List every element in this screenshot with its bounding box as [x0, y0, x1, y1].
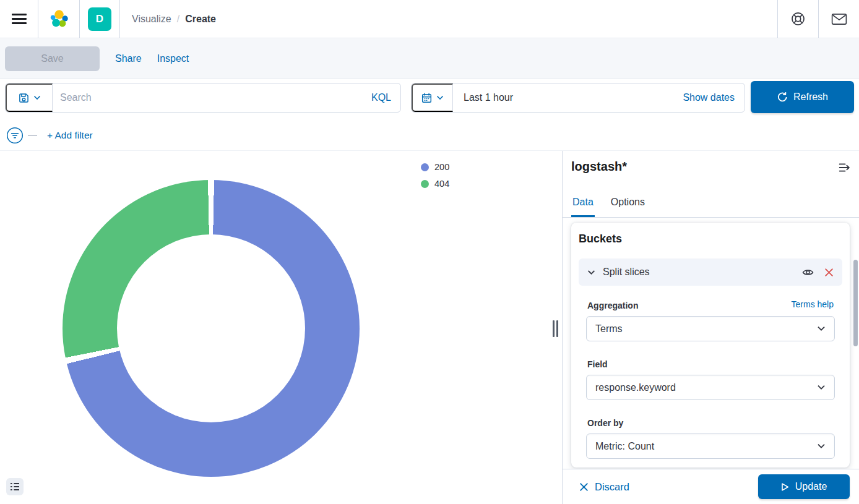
quick-select-menu-button[interactable]: [412, 83, 453, 112]
hamburger-icon: [12, 11, 27, 27]
update-button[interactable]: Update: [758, 474, 850, 499]
nav-menu-button[interactable]: [0, 0, 38, 38]
life-ring-icon: [790, 11, 806, 27]
chart-legend: 200 404: [421, 162, 449, 189]
vis-editor-panel: logstash* Data Options Buckets Split sli…: [562, 151, 859, 504]
order-by-select[interactable]: Metric: Count: [586, 434, 835, 459]
legend-item[interactable]: 200: [421, 162, 449, 172]
filter-icon: [6, 127, 24, 144]
space-switcher[interactable]: D: [80, 0, 120, 38]
refresh-label: Refresh: [793, 92, 828, 103]
field-select[interactable]: response.keyword: [586, 375, 835, 400]
breadcrumb: Visualize / Create: [120, 0, 216, 38]
update-label: Update: [795, 481, 827, 492]
chevron-down-icon: [817, 385, 826, 390]
query-language-button[interactable]: KQL: [362, 92, 400, 103]
refresh-icon: [777, 92, 787, 103]
order-by-value: Metric: Count: [595, 441, 654, 452]
collapse-panel-button[interactable]: [839, 161, 851, 174]
chevron-down-icon: [33, 95, 41, 100]
panel-scrollbar[interactable]: [853, 260, 858, 346]
list-icon: [10, 482, 20, 492]
share-button[interactable]: Share: [115, 53, 142, 64]
index-pattern-title: logstash*: [571, 160, 627, 174]
close-icon: [824, 268, 834, 277]
elastic-logo[interactable]: [38, 0, 80, 38]
chevron-down-icon: [817, 443, 826, 449]
legend-dot-404: [421, 180, 429, 188]
order-by-label: Order by: [587, 418, 623, 428]
time-range-value[interactable]: Last 1 hour: [453, 92, 673, 103]
search-input[interactable]: [53, 83, 362, 112]
legend-dot-200: [421, 163, 429, 171]
legend-item[interactable]: 404: [421, 179, 449, 189]
inspect-button[interactable]: Inspect: [157, 53, 189, 64]
menu-right-icon: [839, 161, 851, 174]
tab-data[interactable]: Data: [571, 197, 595, 217]
search-box: KQL: [5, 83, 401, 113]
cross-icon: [579, 482, 589, 492]
app-header: D Visualize / Create: [0, 0, 859, 38]
time-picker: Last 1 hour Show dates: [411, 83, 745, 113]
chevron-down-icon: [587, 270, 595, 275]
elastic-logo-icon: [48, 9, 69, 30]
terms-help-link[interactable]: Terms help: [792, 299, 834, 309]
aggregation-select[interactable]: Terms: [586, 316, 835, 341]
donut-chart[interactable]: [63, 180, 360, 477]
newsfeed-button[interactable]: [818, 0, 859, 38]
tab-options[interactable]: Options: [610, 197, 646, 217]
show-dates-button[interactable]: Show dates: [673, 92, 745, 103]
refresh-button[interactable]: Refresh: [751, 81, 854, 113]
aggregation-label: Aggregation: [587, 301, 638, 310]
mail-icon: [831, 13, 847, 25]
save-query-icon: [19, 93, 29, 103]
panel-resize-handle[interactable]: [553, 320, 559, 337]
toggle-visibility-button[interactable]: [802, 267, 814, 278]
donut-hole: [117, 234, 305, 422]
editor-tabs: Data Options: [571, 197, 646, 217]
breadcrumb-separator: /: [177, 14, 179, 25]
buckets-heading: Buckets: [579, 233, 622, 246]
filter-dash: [28, 135, 37, 136]
play-icon: [781, 482, 789, 492]
breadcrumb-create: Create: [185, 14, 216, 25]
saved-query-menu-button[interactable]: [6, 83, 53, 112]
chevron-down-icon: [817, 326, 826, 331]
panel-header: logstash* Data Options: [563, 151, 859, 218]
help-button[interactable]: [777, 0, 818, 38]
field-label: Field: [587, 359, 608, 369]
discard-label: Discard: [595, 481, 629, 493]
legend-label: 200: [434, 162, 449, 172]
split-slices-label: Split slices: [603, 267, 650, 278]
filter-bar: + Add filter: [0, 121, 859, 150]
query-bar-area: KQL Last 1 hour Show dates Refresh: [0, 79, 859, 151]
buckets-card: Buckets Split slices: [571, 223, 850, 468]
kibana-visualize-app: D Visualize / Create Save Share Inspect: [0, 0, 859, 504]
breadcrumb-visualize[interactable]: Visualize: [132, 14, 171, 25]
filter-menu-button[interactable]: [6, 127, 24, 144]
discard-button[interactable]: Discard: [579, 481, 629, 493]
eye-icon: [802, 267, 814, 278]
space-badge[interactable]: D: [88, 7, 111, 31]
legend-toggle-button[interactable]: [6, 478, 24, 495]
field-value: response.keyword: [595, 382, 676, 393]
chevron-down-icon: [436, 95, 444, 100]
legend-label: 404: [434, 179, 449, 189]
aggregation-value: Terms: [595, 323, 623, 335]
remove-agg-button[interactable]: [824, 268, 834, 277]
top-nav-bar: Save Share Inspect: [0, 39, 859, 79]
save-button[interactable]: Save: [5, 46, 100, 71]
add-filter-button[interactable]: + Add filter: [47, 130, 93, 141]
panel-footer: Discard Update: [563, 469, 859, 504]
split-slices-accordion[interactable]: Split slices: [579, 258, 842, 286]
calendar-icon: [421, 93, 432, 103]
